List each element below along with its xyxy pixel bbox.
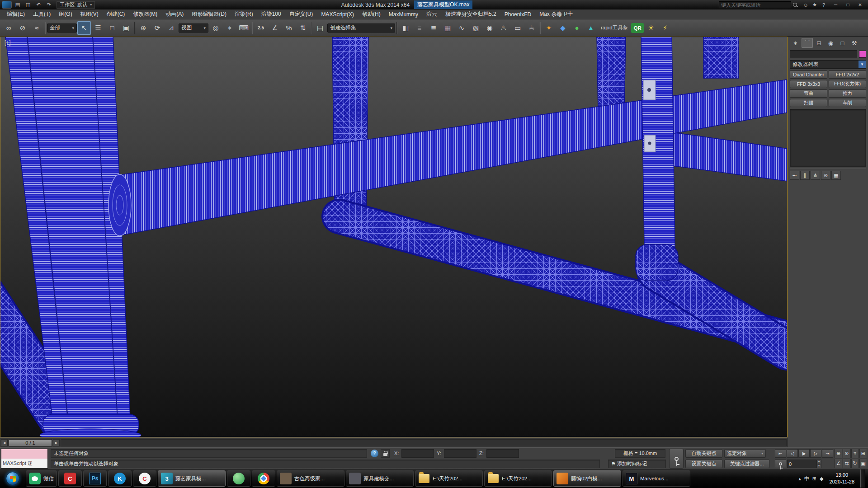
taskbar-app-c-red[interactable]: C — [58, 470, 82, 487]
minimize-button[interactable]: ─ — [830, 1, 842, 9]
angle-snap-icon[interactable]: ∠ — [268, 21, 282, 35]
named-selection-sets-dropdown[interactable]: 创建选择集 ▾ — [327, 23, 395, 33]
modifier-preset-button[interactable]: 扫描 — [790, 99, 827, 107]
search-input[interactable] — [719, 1, 791, 8]
menu-item[interactable]: 自定义(U) — [285, 9, 317, 19]
modifier-preset-button[interactable]: FFD(长方体) — [829, 80, 866, 88]
help-icon[interactable]: ? — [819, 1, 828, 9]
toolbar-separator[interactable] — [45, 22, 46, 34]
render-production-icon[interactable]: ☕ — [525, 21, 538, 35]
toolbar-separator[interactable] — [540, 22, 541, 34]
taskbar-app-browser-green[interactable] — [227, 470, 250, 487]
select-object-icon[interactable]: ↖ — [77, 21, 91, 35]
modifier-preset-button[interactable]: 弯曲 — [790, 89, 827, 98]
field-of-view-icon[interactable]: ∠ — [835, 459, 842, 468]
viewport-label[interactable]: [+] — [5, 39, 11, 46]
taskbar-app-photoshop[interactable]: Ps — [83, 470, 107, 487]
close-button[interactable]: ✕ — [854, 1, 866, 9]
menu-item[interactable]: 组(G) — [55, 9, 76, 19]
modifier-preset-button[interactable]: FFD 3x3x3 — [790, 80, 827, 88]
spinner-up-icon[interactable]: ▴ — [816, 460, 821, 464]
zoom-all-icon[interactable]: ⊛ — [843, 449, 850, 458]
tray-status-icon[interactable]: ◆ — [820, 476, 823, 482]
material-editor-icon[interactable]: ◉ — [483, 21, 496, 35]
app-logo-icon[interactable] — [2, 1, 12, 9]
play-icon[interactable]: ▶ — [798, 449, 810, 458]
plugin-sun-icon[interactable]: ☀ — [644, 21, 658, 35]
selection-set-dropdown[interactable]: 选定对象 ▾ — [724, 449, 766, 458]
y-coordinate-field[interactable] — [444, 449, 476, 458]
auto-key-button[interactable]: 自动关键点 — [685, 449, 722, 458]
open-file-icon[interactable]: ▤ — [13, 1, 22, 9]
toolbar-separator[interactable] — [134, 22, 135, 34]
bind-to-space-warp-icon[interactable]: ≈ — [30, 21, 43, 35]
object-name-field[interactable] — [790, 50, 857, 58]
use-pivot-point-center-icon[interactable]: ◎ — [209, 21, 222, 35]
taskbar-task-marvelous[interactable]: M Marvelous... — [623, 470, 690, 487]
x-coordinate-field[interactable] — [401, 449, 434, 458]
save-file-icon[interactable]: ◫ — [24, 1, 33, 9]
z-coordinate-field[interactable] — [486, 449, 519, 458]
modifier-preset-button[interactable]: Quad Chamfer — [790, 70, 827, 79]
make-unique-icon[interactable]: ⋔ — [811, 171, 820, 180]
time-slider-handle[interactable]: 0 / 1 — [9, 439, 52, 446]
toolbar-separator[interactable] — [311, 22, 312, 34]
plugin-bolt-icon[interactable]: ⚡ — [658, 21, 672, 35]
select-and-move-icon[interactable]: ⊕ — [137, 21, 150, 35]
modifier-preset-button[interactable]: 车削 — [829, 99, 866, 107]
display-tab[interactable]: □ — [837, 38, 848, 48]
mirror-icon[interactable]: ◧ — [399, 21, 412, 35]
window-crossing-toggle-icon[interactable]: ▣ — [119, 21, 133, 35]
modify-tab[interactable]: ⌒ — [802, 38, 813, 48]
taskbar-app-c2[interactable]: C — [133, 470, 156, 487]
percent-snap-icon[interactable]: % — [282, 21, 296, 35]
go-to-end-icon[interactable]: ⇥ — [822, 449, 833, 458]
menu-item[interactable]: 极速瘦身安全归档5.2 — [441, 9, 500, 19]
selection-lock-toggle[interactable] — [381, 449, 390, 458]
zoom-extents-icon[interactable]: ⌗ — [851, 449, 859, 458]
menu-item[interactable]: MAXScript(X) — [317, 10, 358, 19]
create-tab[interactable]: ∗ — [790, 38, 801, 48]
show-end-result-icon[interactable]: ∥ — [800, 171, 810, 180]
menu-item[interactable]: 渲染100 — [257, 9, 285, 19]
align-icon[interactable]: ≡ — [413, 21, 426, 35]
add-time-tag[interactable]: ⚑ 添加时间标记 — [608, 460, 666, 468]
taskbar-task-3dsmax[interactable]: 3 藤艺家具模... — [158, 470, 226, 487]
frame-spinner[interactable]: ▴ ▾ — [816, 460, 821, 468]
modifier-preset-button[interactable]: 推力 — [829, 89, 866, 98]
taskbar-wechat-button[interactable]: 微信 — [26, 470, 57, 487]
edit-named-selection-sets-icon[interactable]: ▤ — [313, 21, 327, 35]
model-rail-main-end-cap[interactable] — [108, 174, 131, 236]
macro-recorder-line[interactable] — [1, 449, 47, 459]
select-and-scale-icon[interactable]: ⊿ — [165, 21, 178, 35]
toolbar-separator[interactable] — [252, 22, 253, 34]
menu-item[interactable]: 创建(C) — [103, 9, 129, 19]
show-desktop-button[interactable] — [860, 469, 865, 488]
menu-item[interactable]: 视图(V) — [76, 9, 103, 19]
workspace-dropdown[interactable]: 工作区: 默认 ▾ — [57, 1, 95, 9]
time-slider-next-button[interactable]: ► — [53, 439, 60, 446]
viewport-canvas[interactable] — [0, 37, 788, 437]
taskbar-task-chat-2[interactable]: 家具建模交... — [346, 470, 414, 487]
unlink-selection-icon[interactable]: ⊘ — [16, 21, 29, 35]
undo-icon[interactable]: ↶ — [34, 1, 43, 9]
curve-editor-icon[interactable]: ∿ — [455, 21, 468, 35]
layer-manager-icon[interactable]: ≣ — [427, 21, 440, 35]
model-post-top-right[interactable] — [703, 37, 739, 78]
rendered-frame-icon[interactable]: ▭ — [511, 21, 524, 35]
model-post-right[interactable] — [641, 37, 675, 273]
modifier-preset-button[interactable]: FFD 2x2x2 — [829, 70, 866, 79]
plugin-phoenixfd-icon[interactable]: ✦ — [542, 21, 556, 35]
key-filters-button[interactable]: 关键点过滤器... — [724, 460, 769, 468]
tray-clock[interactable]: 13:00 2020-11-28 — [827, 472, 857, 486]
select-and-link-icon[interactable]: ∞ — [2, 21, 15, 35]
utilities-tab[interactable]: ⚒ — [849, 38, 860, 48]
listener-line[interactable]: MAXScript 迷 — [1, 459, 47, 468]
maxscript-mini-listener[interactable]: MAXScript 迷 — [1, 449, 48, 469]
communicate-icon[interactable]: ? — [371, 450, 378, 457]
taskbar-task-explorer-2[interactable]: E:\天竹202... — [484, 470, 552, 487]
reference-coordinate-dropdown[interactable]: 视图 ▾ — [179, 23, 208, 33]
tray-expand-icon[interactable]: ▴ — [798, 476, 801, 482]
menu-item[interactable]: Max 杀毒卫士 — [535, 9, 577, 19]
orbit-icon[interactable]: ↻ — [851, 459, 859, 468]
